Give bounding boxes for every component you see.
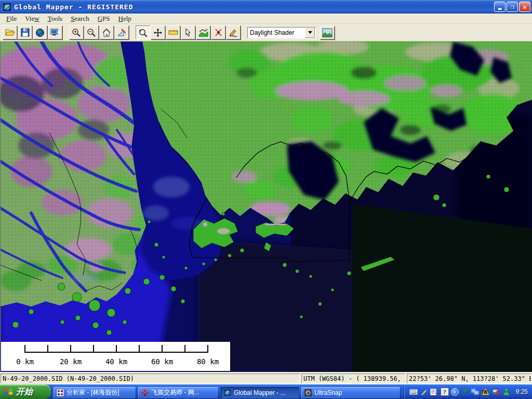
- menubar: File View Tools Search GPS Help: [0, 14, 532, 24]
- task-ultrasnap[interactable]: UltraSnap: [301, 387, 400, 398]
- ruler-icon: [168, 29, 178, 36]
- zoom-in-icon: [72, 28, 81, 37]
- antivirus-umbrella-icon[interactable]: [461, 388, 469, 396]
- stylus-icon[interactable]: [420, 388, 428, 396]
- capture-screen-button[interactable]: [48, 25, 62, 39]
- fox-trader-icon: [141, 389, 149, 396]
- svg-text:A: A: [484, 390, 487, 395]
- scale-label-60: 60 km: [145, 357, 179, 366]
- app-globe-icon: [3, 3, 11, 11]
- task-label: UltraSnap: [314, 389, 342, 396]
- alert-icon[interactable]: A: [482, 388, 490, 396]
- start-label: 开始: [16, 387, 33, 397]
- network-icon[interactable]: [471, 388, 480, 396]
- task-label: 分析家 - [林海股份]: [66, 388, 119, 397]
- picture-icon: [322, 28, 332, 37]
- background-imagery-button[interactable]: [320, 26, 335, 39]
- shader-select[interactable]: Daylight Shader: [247, 27, 316, 38]
- zoom-tool-button[interactable]: [136, 25, 150, 39]
- menu-gps[interactable]: GPS: [94, 14, 114, 23]
- folder-open-icon: [5, 28, 15, 37]
- task-analyst[interactable]: 分析家 - [林海股份]: [54, 387, 136, 398]
- status-bar: N-49-20_2000.SID (N-49-20_2000.SID) UTM …: [0, 372, 532, 384]
- map-canvas[interactable]: [0, 42, 532, 372]
- menu-file[interactable]: File: [2, 14, 21, 23]
- scale-label-20: 20 km: [54, 357, 87, 366]
- taskbar-clock: 9:25: [516, 388, 528, 395]
- cursor-arrow-icon: [184, 28, 192, 37]
- monitor-export-icon: [50, 28, 60, 37]
- pan-tool-button[interactable]: [151, 25, 165, 39]
- scale-bar-ruler: [1, 342, 230, 356]
- scale-label-40: 40 km: [100, 357, 133, 366]
- windows-flag-icon: [3, 387, 14, 397]
- select-tool-button[interactable]: [181, 25, 195, 39]
- save-button[interactable]: [18, 25, 32, 39]
- messenger-person-icon[interactable]: [502, 388, 511, 396]
- ultrasnap-lens-icon: [304, 389, 312, 396]
- system-tray: ? ‹ A 9:25: [404, 384, 532, 399]
- pan-arrows-icon: [153, 28, 163, 37]
- shader-select-arrow[interactable]: [305, 28, 315, 38]
- menu-tools[interactable]: Tools: [44, 14, 67, 23]
- help-icon[interactable]: ?: [441, 388, 449, 396]
- task-fox-trader[interactable]: 飞狐交易师 - 网...: [138, 387, 218, 398]
- toolbar: Daylight Shader: [0, 24, 532, 42]
- task-label: 飞狐交易师 - 网...: [151, 388, 200, 397]
- pen-digitize-icon: [229, 28, 238, 37]
- view-shed-icon: [214, 28, 223, 37]
- zoom-in-button[interactable]: [69, 25, 84, 39]
- status-filename: N-49-20_2000.SID (N-49-20_2000.SID): [1, 374, 300, 383]
- scale-label-0: 0 km: [8, 357, 42, 366]
- menu-view[interactable]: View: [21, 14, 43, 23]
- status-projection: UTM (WGS84) - ( 138939.56, 2535750.75 ): [301, 374, 406, 383]
- keyboard-icon[interactable]: [409, 388, 418, 396]
- load-online-button[interactable]: [33, 25, 47, 39]
- network-error-icon[interactable]: [492, 388, 500, 396]
- map-edge-strip: [0, 42, 1, 372]
- measure-tool-button[interactable]: [166, 25, 180, 39]
- titlebar: Global Mapper - REGISTERED ▬ ❐ ✕: [0, 0, 532, 14]
- status-coordinates: 22?53' 26.98" N, 113?28' 52.33" E: [407, 374, 531, 383]
- terrain-profile-icon: [198, 28, 208, 37]
- zoom-tool-icon: [138, 28, 148, 37]
- global-mapper-window: Global Mapper - REGISTERED ▬ ❐ ✕ File Vi…: [0, 0, 532, 399]
- ime-pad-icon[interactable]: [430, 388, 438, 396]
- path-profile-tool-button[interactable]: [196, 25, 210, 39]
- global-mapper-icon: [224, 389, 231, 396]
- menu-help[interactable]: Help: [114, 14, 136, 23]
- full-view-button[interactable]: [99, 25, 114, 39]
- start-button[interactable]: 开始: [0, 384, 51, 399]
- taskbar: 开始 分析家 - [林海股份] 飞狐交易师 - 网...: [0, 384, 532, 399]
- task-label: Global Mapper - ...: [234, 389, 285, 396]
- zoom-out-button[interactable]: [84, 25, 99, 39]
- window-title: Global Mapper - REGISTERED: [14, 3, 493, 11]
- globe-icon: [35, 28, 45, 37]
- scene-seam: [352, 204, 532, 372]
- map-view[interactable]: 0 km 20 km 40 km 60 km 80 km: [0, 42, 532, 372]
- shader-select-value: Daylight Shader: [248, 29, 304, 36]
- measure-3d-button[interactable]: [114, 25, 129, 39]
- floppy-save-icon: [21, 28, 30, 37]
- task-global-mapper[interactable]: Global Mapper - ...: [221, 387, 299, 398]
- open-button[interactable]: [3, 25, 17, 39]
- digitizer-tool-button[interactable]: [226, 25, 241, 39]
- view-shed-tool-button[interactable]: [211, 25, 225, 39]
- collapse-chevron-icon[interactable]: ‹: [451, 388, 459, 396]
- stock-analyst-icon: [57, 389, 64, 396]
- restore-button[interactable]: ❐: [507, 2, 518, 12]
- zoom-out-icon: [87, 28, 96, 37]
- home-icon: [102, 28, 111, 37]
- close-button[interactable]: ✕: [519, 2, 530, 12]
- scale-label-80: 80 km: [191, 357, 224, 366]
- scale-bar: 0 km 20 km 40 km 60 km 80 km: [1, 342, 230, 371]
- triangle-ruler-pencil-icon: [117, 28, 126, 37]
- minimize-button[interactable]: ▬: [494, 2, 506, 12]
- menu-search[interactable]: Search: [66, 14, 93, 23]
